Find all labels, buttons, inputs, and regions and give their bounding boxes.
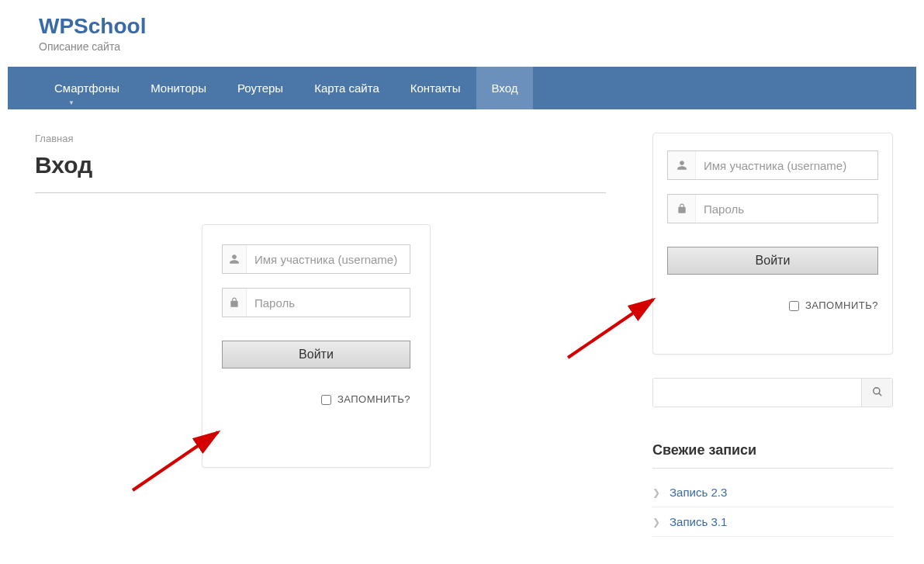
nav-item-monitors[interactable]: Мониторы (135, 67, 222, 109)
nav-label: Мониторы (151, 81, 206, 95)
sidebar-login-widget: Войти ЗАПОМНИТЬ? (652, 133, 893, 355)
nav-item-login[interactable]: Вход (476, 67, 534, 109)
nav-label: Карта сайта (314, 81, 379, 95)
svg-line-0 (133, 432, 218, 490)
username-field-wrap (222, 244, 410, 274)
user-icon (668, 151, 696, 179)
sidebar-remember-label: ЗАПОМНИТЬ? (805, 299, 878, 311)
sidebar-username-input[interactable] (696, 151, 877, 179)
nav-label: Роутеры (237, 81, 283, 95)
title-divider (35, 192, 606, 193)
page-title: Вход (35, 152, 606, 178)
svg-line-3 (878, 393, 881, 396)
post-link[interactable]: Запись 3.1 (670, 515, 727, 528)
sidebar-remember-checkbox[interactable] (789, 301, 799, 311)
username-input[interactable] (247, 245, 410, 273)
site-header: WPSchool Описание сайта (0, 0, 924, 67)
remember-checkbox[interactable] (321, 395, 331, 405)
nav-item-sitemap[interactable]: Карта сайта (299, 67, 395, 109)
recent-posts-widget: Свежие записи ❯ Запись 2.3 ❯ Запись 3.1 (652, 442, 893, 537)
lock-icon (668, 195, 696, 223)
user-icon (223, 245, 247, 273)
sidebar-remember-row: ЗАПОМНИТЬ? (667, 299, 878, 311)
chevron-right-icon: ❯ (652, 517, 660, 528)
site-tagline: Описание сайта (39, 40, 885, 53)
search-button[interactable] (861, 379, 892, 407)
sidebar-password-field-wrap (667, 194, 878, 223)
breadcrumb[interactable]: Главная (35, 133, 606, 144)
nav-item-routers[interactable]: Роутеры (222, 67, 299, 109)
svg-point-2 (873, 387, 879, 393)
sidebar-password-input[interactable] (696, 195, 877, 223)
chevron-right-icon: ❯ (652, 487, 660, 498)
site-title[interactable]: WPSchool (39, 14, 885, 39)
lock-icon (223, 289, 247, 317)
search-widget (652, 378, 893, 407)
main-nav: Смартфоны ▼ Мониторы Роутеры Карта сайта… (8, 67, 916, 109)
widget-title: Свежие записи (652, 442, 893, 469)
login-button[interactable]: Войти (222, 341, 410, 369)
search-icon (872, 386, 883, 400)
search-input[interactable] (653, 379, 861, 407)
nav-label: Вход (492, 81, 518, 95)
password-input[interactable] (247, 289, 410, 317)
main-login-card: Войти ЗАПОМНИТЬ? (202, 224, 431, 468)
nav-item-smartphones[interactable]: Смартфоны ▼ (8, 67, 135, 109)
remember-row: ЗАПОМНИТЬ? (222, 393, 410, 405)
nav-item-contacts[interactable]: Контакты (395, 67, 476, 109)
post-list: ❯ Запись 2.3 ❯ Запись 3.1 (652, 478, 893, 537)
arrow-annotation-icon (133, 420, 234, 490)
list-item[interactable]: ❯ Запись 3.1 (652, 507, 893, 537)
sidebar-username-field-wrap (667, 151, 878, 180)
password-field-wrap (222, 288, 410, 317)
remember-label: ЗАПОМНИТЬ? (337, 393, 410, 405)
nav-label: Контакты (410, 81, 461, 95)
post-link[interactable]: Запись 2.3 (670, 486, 727, 499)
nav-label: Смартфоны (54, 81, 119, 95)
sidebar-login-button[interactable]: Войти (667, 247, 878, 275)
chevron-down-icon: ▼ (68, 99, 74, 106)
list-item[interactable]: ❯ Запись 2.3 (652, 478, 893, 507)
sidebar: Войти ЗАПОМНИТЬ? (652, 133, 893, 537)
